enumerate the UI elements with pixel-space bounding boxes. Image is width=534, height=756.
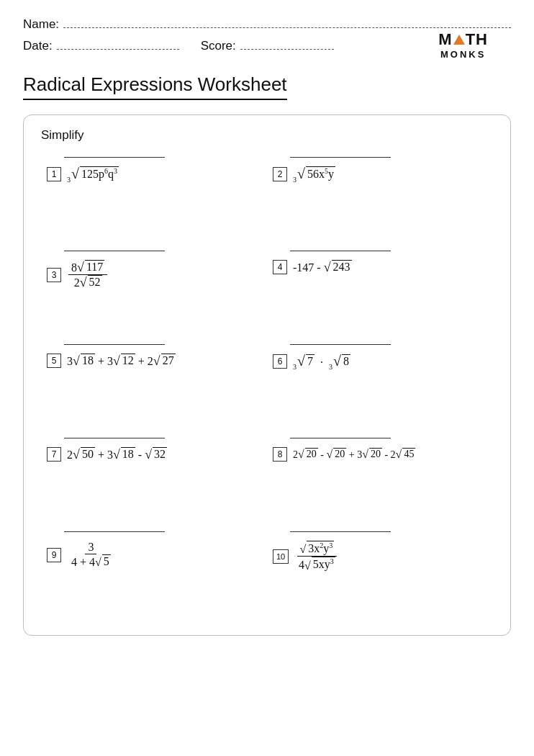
problem-8-content: 8 2√20 - √20 + 3√20 - 2√45: [273, 447, 487, 462]
problem-4-content: 4 -147 - √243: [273, 260, 487, 274]
header: Name: Date: Score:: [23, 17, 511, 53]
score-input-line[interactable]: [240, 49, 334, 50]
problem-1-expr: 3 √ 125p6q3: [67, 166, 119, 182]
main-content-box: Simplify 1 3 √ 125p6q3: [23, 114, 511, 636]
problem-8-expr: 2√20 - √20 + 3√20 - 2√45: [293, 448, 415, 461]
date-label: Date:: [23, 39, 53, 53]
answer-line-4: [290, 251, 391, 251]
radical-1: 3 √ 125p6q3: [67, 166, 119, 181]
problem-3-expr: 8√117 2√52: [67, 260, 109, 289]
problem-6: 6 3√7 · 3√8: [267, 337, 493, 431]
problem-number-9: 9: [47, 548, 61, 562]
problem-7: 7 2√50 + 3√18 - √32: [41, 431, 267, 524]
score-label: Score:: [201, 39, 236, 53]
name-input-line[interactable]: [63, 27, 511, 28]
answer-line-10: [290, 531, 391, 532]
problem-7-expr: 2√50 + 3√18 - √32: [67, 447, 167, 462]
fraction-9: 3 4 + 4√5: [68, 541, 114, 569]
fraction-3: 8√117 2√52: [68, 260, 107, 289]
problem-10-content: 10 √3x2y3 4√5xy3: [273, 541, 487, 572]
answer-line-9: [64, 531, 165, 532]
problem-9-expr: 3 4 + 4√5: [67, 541, 115, 569]
date-input-line[interactable]: [57, 49, 179, 50]
problem-number-2: 2: [273, 167, 287, 181]
name-label: Name:: [23, 17, 59, 32]
problems-grid: 1 3 √ 125p6q3 2: [41, 150, 493, 618]
problem-2: 2 3 √ 56x5y: [267, 150, 493, 243]
logo: M TH MONKS: [438, 30, 488, 60]
radical-2: 3 √ 56x5y: [293, 166, 335, 181]
problem-number-7: 7: [47, 447, 61, 462]
problem-7-content: 7 2√50 + 3√18 - √32: [47, 447, 261, 462]
problem-1-content: 1 3 √ 125p6q3: [47, 166, 261, 182]
problem-6-expr: 3√7 · 3√8: [293, 354, 350, 369]
problem-2-content: 2 3 √ 56x5y: [273, 166, 487, 182]
problem-number-10: 10: [273, 549, 289, 564]
problem-5-expr: 3√18 + 3√12 + 2√27: [67, 354, 176, 368]
logo-monks: MONKS: [438, 49, 488, 60]
problem-4: 4 -147 - √243: [267, 243, 493, 337]
name-line: Name:: [23, 17, 511, 32]
section-label: Simplify: [41, 128, 493, 143]
date-score-line: Date: Score:: [23, 39, 511, 53]
logo-triangle-icon: [453, 35, 465, 45]
page-title: Radical Expressions Worksheet: [23, 73, 287, 100]
problem-2-expr: 3 √ 56x5y: [293, 166, 335, 182]
answer-line-7: [64, 438, 165, 438]
problem-8: 8 2√20 - √20 + 3√20 - 2√45: [267, 431, 493, 524]
problem-1: 1 3 √ 125p6q3: [41, 150, 267, 243]
fraction-10: √3x2y3 4√5xy3: [296, 541, 338, 572]
problem-4-expr: -147 - √243: [293, 260, 352, 274]
answer-line-6: [290, 344, 391, 345]
problem-number-1: 1: [47, 167, 61, 181]
problem-number-6: 6: [273, 354, 287, 369]
problem-number-5: 5: [47, 354, 61, 368]
answer-line-8: [290, 438, 391, 438]
problem-3-content: 3 8√117 2√52: [47, 260, 261, 289]
problem-number-4: 4: [273, 260, 287, 274]
problem-5: 5 3√18 + 3√12 + 2√27: [41, 337, 267, 431]
answer-line-5: [64, 344, 165, 345]
problem-5-content: 5 3√18 + 3√12 + 2√27: [47, 354, 261, 368]
problem-6-content: 6 3√7 · 3√8: [273, 354, 487, 369]
problem-9-content: 9 3 4 + 4√5: [47, 541, 261, 569]
logo-math-m: M: [438, 30, 452, 49]
answer-line-2: [290, 157, 391, 158]
problem-number-3: 3: [47, 268, 61, 282]
logo-ath: TH: [466, 30, 488, 49]
answer-line-3: [64, 251, 165, 251]
problem-10: 10 √3x2y3 4√5xy3: [267, 524, 493, 618]
problem-3: 3 8√117 2√52: [41, 243, 267, 337]
answer-line-1: [64, 157, 165, 158]
problem-10-expr: √3x2y3 4√5xy3: [294, 541, 340, 572]
problem-9: 9 3 4 + 4√5: [41, 524, 267, 618]
problem-number-8: 8: [273, 447, 287, 462]
